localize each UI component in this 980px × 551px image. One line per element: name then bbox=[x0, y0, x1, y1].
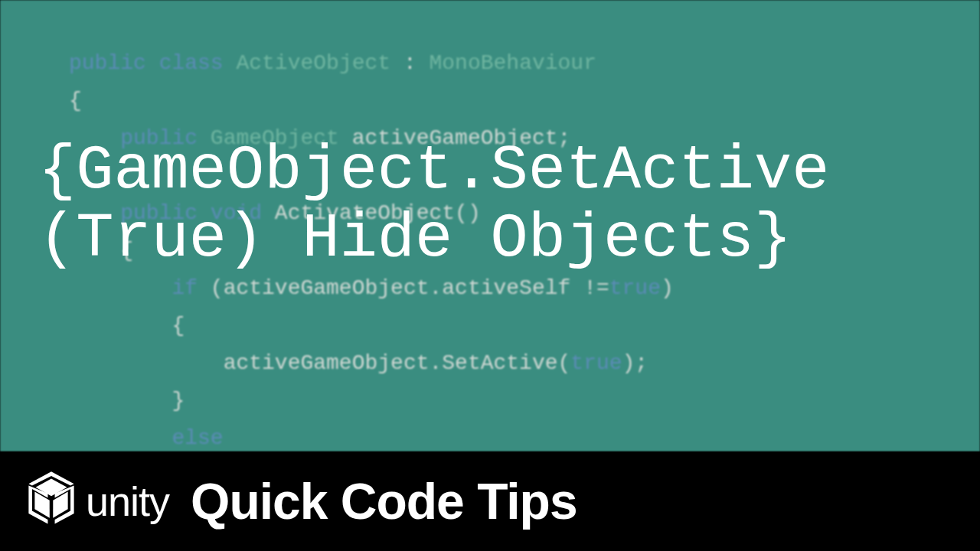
footer-title: Quick Code Tips bbox=[191, 472, 577, 530]
ident: activeGameObject bbox=[224, 351, 430, 375]
paren-open: ( bbox=[198, 276, 224, 300]
brace-close: } bbox=[172, 389, 185, 412]
thumbnail-title: {GameObject.SetActive (True) Hide Object… bbox=[38, 138, 942, 273]
footer-bar: unity Quick Code Tips bbox=[0, 452, 980, 551]
title-line-2: (True) Hide Objects} bbox=[38, 204, 792, 275]
kw-else: else bbox=[172, 426, 223, 450]
kw-true: true bbox=[570, 351, 622, 375]
dot: . bbox=[429, 351, 442, 375]
colon: : bbox=[390, 51, 416, 75]
type-activeobject: ActiveObject bbox=[224, 51, 390, 75]
paren-close-semi: ); bbox=[622, 351, 648, 375]
title-line-1: {GameObject.SetActive bbox=[38, 135, 829, 207]
brace-open: { bbox=[172, 314, 185, 337]
neq: != bbox=[570, 276, 609, 300]
kw-true: true bbox=[609, 276, 661, 300]
call-setactive: SetActive bbox=[442, 351, 557, 375]
kw-public: public bbox=[69, 51, 146, 75]
kw-class: class bbox=[146, 51, 224, 75]
unity-wordmark: unity bbox=[86, 478, 169, 525]
brace-open: { bbox=[69, 89, 82, 112]
paren-close: ) bbox=[661, 276, 674, 300]
dot: . bbox=[429, 276, 442, 300]
ident-activeself: activeSelf bbox=[442, 276, 570, 300]
type-monobehaviour: MonoBehaviour bbox=[416, 51, 596, 75]
unity-cube-icon bbox=[23, 470, 80, 533]
kw-if: if bbox=[172, 276, 198, 300]
paren-open: ( bbox=[558, 351, 571, 375]
unity-logo: unity bbox=[23, 470, 169, 533]
ident: activeGameObject bbox=[224, 276, 430, 300]
